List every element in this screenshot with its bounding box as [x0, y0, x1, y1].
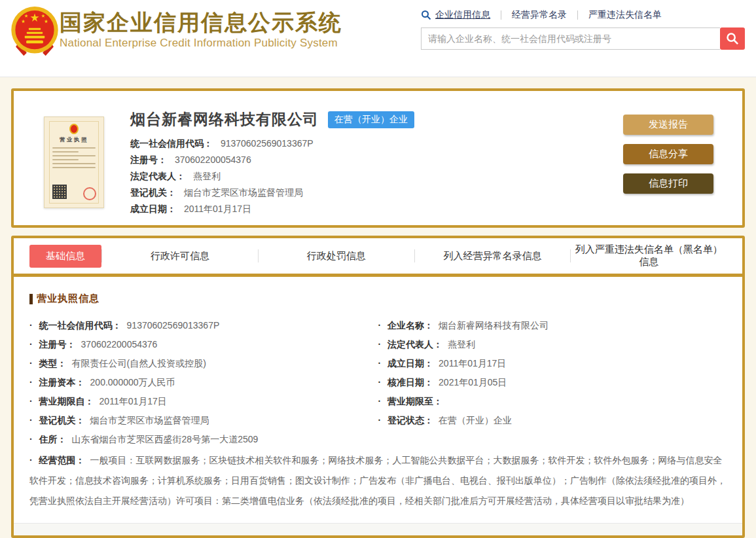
- search-tab-abnormal-operations[interactable]: 经营异常名录: [512, 9, 567, 21]
- tab-serious-violations-blacklist[interactable]: 列入严重违法失信名单（黑名单）信息: [571, 243, 727, 268]
- summary-field-reg-number: 注册号： 370602200054376: [130, 154, 414, 166]
- summary-field-legal-rep: 法定代表人： 燕登利: [130, 171, 414, 182]
- search-area: 企业信用信息 经营异常名录 严重违法失信名单: [421, 8, 746, 50]
- search-tab-serious-violations[interactable]: 严重违法失信名单: [588, 9, 662, 21]
- card-footer-strip: [14, 523, 742, 535]
- field-approval-date: 核准日期：2021年01月05日: [378, 376, 727, 388]
- business-license-image[interactable]: 营业执照: [44, 117, 104, 208]
- section-title: 营业执照信息: [37, 293, 99, 305]
- business-license-inner: 营业执照: [49, 121, 99, 204]
- send-report-button[interactable]: 发送报告: [623, 115, 713, 135]
- license-field-grid: 统一社会信用代码：91370602569013367P 企业名称：烟台新睿网络科…: [29, 319, 727, 426]
- field-reg-status: 登记状态：在营（开业）企业: [378, 414, 727, 426]
- tab-administrative-penalty[interactable]: 行政处罚信息: [259, 250, 414, 262]
- field-company-name: 企业名称：烟台新睿网络科技有限公司: [378, 319, 727, 331]
- search-type-links: 企业信用信息 经营异常名录 严重违法失信名单: [421, 8, 746, 22]
- field-term-to: 营业期限至：: [378, 395, 727, 407]
- license-text-lines: [52, 147, 96, 168]
- search-icon: [421, 10, 431, 20]
- main-content: 营业执照 烟台新睿网络科技有限公司 在营（开业）企业 统一社会信用代码： 913…: [0, 77, 756, 538]
- detail-tabs: 基础信息 行政许可信息 行政处罚信息 列入经营异常名录信息 列入严重违法失信名单…: [14, 238, 742, 274]
- summary-info: 烟台新睿网络科技有限公司 在营（开业）企业 统一社会信用代码： 91370602…: [130, 108, 414, 225]
- tab-administrative-license[interactable]: 行政许可信息: [102, 250, 258, 262]
- search-input[interactable]: [421, 27, 720, 50]
- national-emblem-logo: [10, 4, 60, 63]
- brand-text: 国家企业信用信息公示系统 National Enterprise Credit …: [60, 4, 342, 50]
- license-title: 营业执照: [52, 136, 96, 144]
- company-name: 烟台新睿网络科技有限公司: [130, 109, 319, 130]
- tab-basic-info[interactable]: 基础信息: [29, 245, 101, 268]
- summary-field-establish-date: 成立日期： 2011年01月17日: [130, 204, 414, 215]
- divider: [577, 10, 578, 20]
- section-header: 营业执照信息: [29, 293, 727, 305]
- field-business-scope: 经营范围：一般项目：互联网数据服务；区块链技术相关软件和服务；网络技术服务；人工…: [29, 450, 727, 511]
- summary-field-reg-authority: 登记机关： 烟台市芝罘区市场监督管理局: [130, 187, 414, 198]
- search-box: [421, 27, 746, 50]
- action-buttons: 发送报告 信息分享 信息打印: [623, 115, 713, 194]
- search-button[interactable]: [720, 27, 745, 50]
- field-address: 住所：山东省烟台市芝罘区西盛街28号第一大道2509: [29, 433, 727, 445]
- search-tab-enterprise-credit[interactable]: 企业信用信息: [435, 9, 490, 21]
- field-establish-date: 成立日期：2011年01月17日: [378, 357, 727, 369]
- field-term-from: 营业期限自：2011年01月17日: [29, 395, 378, 407]
- site-header: 国家企业信用信息公示系统 National Enterprise Credit …: [0, 0, 756, 77]
- site-subtitle: National Enterprise Credit Information P…: [60, 37, 342, 50]
- field-company-type: 类型：有限责任公司(自然人投资或控股): [29, 357, 378, 369]
- company-summary-card: 营业执照 烟台新睿网络科技有限公司 在营（开业）企业 统一社会信用代码： 913…: [11, 88, 745, 228]
- field-reg-number: 注册号：370602200054376: [29, 338, 378, 350]
- license-info-section: 营业执照信息 统一社会信用代码：91370602569013367P 企业名称：…: [14, 277, 742, 511]
- brand: 国家企业信用信息公示系统 National Enterprise Credit …: [10, 4, 342, 63]
- license-red-seal: [83, 187, 96, 200]
- field-legal-rep: 法定代表人：燕登利: [378, 338, 727, 350]
- status-badge: 在营（开业）企业: [328, 111, 414, 128]
- license-emblem-icon: [69, 124, 79, 134]
- section-bar-icon: [29, 294, 33, 304]
- divider: [501, 10, 501, 20]
- license-qr-code: [52, 185, 67, 199]
- search-icon: [726, 32, 739, 45]
- share-info-button[interactable]: 信息分享: [623, 144, 713, 164]
- summary-field-credit-code: 统一社会信用代码： 91370602569013367P: [130, 138, 414, 149]
- field-registered-capital: 注册资本：200.000000万人民币: [29, 376, 378, 388]
- tab-abnormal-operations-list[interactable]: 列入经营异常名录信息: [415, 250, 571, 262]
- print-info-button[interactable]: 信息打印: [623, 173, 713, 194]
- detail-card: 基础信息 行政许可信息 行政处罚信息 列入经营异常名录信息 列入严重违法失信名单…: [11, 236, 745, 538]
- site-title: 国家企业信用信息公示系统: [60, 9, 342, 35]
- field-reg-authority: 登记机关：烟台市芝罘区市场监督管理局: [29, 414, 378, 426]
- field-credit-code: 统一社会信用代码：91370602569013367P: [29, 319, 378, 331]
